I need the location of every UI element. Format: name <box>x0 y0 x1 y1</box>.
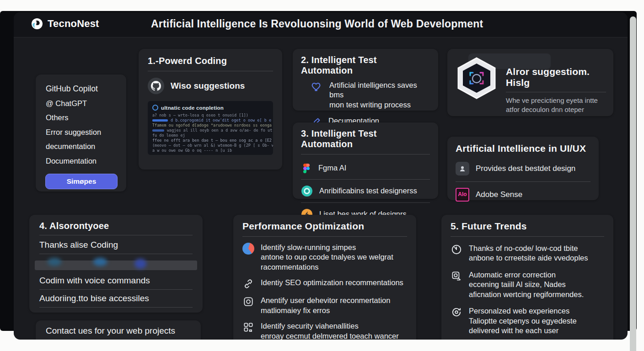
card-title: 1.-Powerd Coding <box>148 56 273 66</box>
security-grid-icon <box>242 321 254 333</box>
figma-icon <box>301 163 312 174</box>
ai-suggestion-card: Alror suggestiom. Hislg Whe ve precictie… <box>447 49 613 116</box>
text-line: Talioptte cetpenys ou egyedeste <box>469 316 577 326</box>
list-item: GitHub Copilot <box>46 82 126 96</box>
heart-icon <box>311 80 323 92</box>
text-line: Fgma AI <box>318 163 346 173</box>
voice-coding-card: 4. Alsorontyoee Thanks alise Coding Codi… <box>29 215 203 313</box>
text-line: Automatic error correction <box>469 270 584 280</box>
list-item: decumentation <box>46 139 126 154</box>
voice-progress-bar[interactable] <box>35 261 197 270</box>
text-line: delivered witt he each user <box>469 326 577 335</box>
uiux-card: Artificial Intellience in UI/UX Provides… <box>447 137 599 200</box>
list-item: Anentify user dehevitor reconmertation m… <box>242 296 407 315</box>
card-title: 5. Future Trends <box>451 221 604 232</box>
text-line: antone to oup ccode tnalyes we welgrat <box>261 252 393 262</box>
contact-banner[interactable]: Contact ues for your web projects <box>36 320 201 340</box>
text-line: Identiy SEO optimization recommentations <box>261 278 403 287</box>
text-line: Codim with voice commands <box>39 273 193 288</box>
text-line: Anribificabins test designerss <box>319 186 417 196</box>
card-title: 4. Alsorontyoee <box>39 221 193 231</box>
code-line: fu do leemo ej <box>152 133 268 138</box>
text-line: Anentify user dehevitor reconmertation <box>261 296 390 305</box>
divider <box>451 236 604 237</box>
divider <box>39 235 193 235</box>
text-line: Personalzed web experiences <box>469 306 577 316</box>
test-automation-2-card: 2. Intelligent Test Automation Artificia… <box>293 49 438 111</box>
list-item: Thanks of no-code/ low-cod tbite anbone … <box>451 244 604 263</box>
text-line: eccening taiill Al siize, Nades <box>469 280 584 289</box>
divider <box>301 179 430 180</box>
item-text: Artificial intelligencs saves bms mon te… <box>329 80 430 110</box>
clock-icon <box>451 244 462 255</box>
list-item: Documentation <box>46 154 126 169</box>
ai-tools-card: GitHub Copilot @ ChatGPT Others Error su… <box>36 74 126 191</box>
list-item: Fgma AI <box>301 159 430 177</box>
item-text: Adobe Sense <box>476 190 522 200</box>
text-line: mon test writing process <box>329 100 430 110</box>
list-item: Identify slow-running simpes antone to o… <box>242 243 407 272</box>
behavior-icon <box>242 296 254 308</box>
feature-label: Wiso suggestions <box>171 81 245 91</box>
code-line: wagjes al ill ooyb oen a d avw o/ae- de … <box>152 128 268 133</box>
text-line: racommentations <box>261 262 393 272</box>
code-title-row: ultnatic code conpletion <box>152 105 268 111</box>
target-icon <box>301 185 313 197</box>
item-text: Fgma AI <box>318 163 346 173</box>
performance-card: Performance Optimization Identify slow-r… <box>233 215 416 340</box>
divider <box>39 254 193 254</box>
divider <box>456 181 590 182</box>
progress-blob <box>134 259 146 269</box>
list-item: Automatic error correction eccening taii… <box>451 270 604 299</box>
link-icon <box>242 278 254 290</box>
brand: TecnoNest <box>31 18 99 30</box>
future-trends-card: 5. Future Trends Thanks of no-code/ low-… <box>441 215 613 340</box>
app-header: TecnoNest Artificial Intelligence Is Rev… <box>14 12 628 37</box>
text-line: Thanks of no-code/ low-cod tbite <box>469 244 588 253</box>
hexagon-ai-icon <box>455 55 499 110</box>
page-title: Artificial Intelligence Is Revoluonsing … <box>151 18 483 30</box>
test-automation-3-card: 3. Intelligent Test Automation Fgma AI <box>293 122 438 199</box>
list-item: Personalzed web experiences Talioptte ce… <box>451 306 604 335</box>
list-item: Identify security viahenallities enroay … <box>242 321 407 340</box>
error-correction-icon <box>451 270 462 282</box>
list-item: @ ChatGPT <box>46 96 126 111</box>
code-line: ffee ne offt ara ben dae t — bou eno sog… <box>152 138 268 143</box>
code-lines: a? nob s — wrto-losa q oseo t onuoid [1]… <box>152 113 268 153</box>
text-line: aficnation wertcing regiformendes. <box>469 290 584 299</box>
progress-blob <box>48 258 61 266</box>
list-item: Anribificabins test designerss <box>301 181 430 201</box>
card-title: 2. Intelligent Test Automation <box>301 55 430 76</box>
screenshot-stage: TecnoNest Artificial Intelligence Is Rev… <box>0 0 644 351</box>
card-title: Artificial Intellience in UI/UX <box>456 143 590 154</box>
code-title: ultnatic code conpletion <box>161 105 224 111</box>
divider <box>39 307 193 308</box>
powered-coding-card: 1.-Powerd Coding Wiso suggestions ultnat… <box>139 49 282 170</box>
text-line: atfor decoulon dnn oteper <box>506 105 606 114</box>
item-text: Identify security viahenallities enroay … <box>261 321 399 340</box>
github-feature-row: Wiso suggestions <box>148 78 273 94</box>
simopes-button[interactable]: Simøpes <box>45 174 118 189</box>
text-line: Thanks alise Coding <box>39 237 193 253</box>
item-text: Identiy SEO optimization recommentations <box>261 278 403 287</box>
contact-text: Contact ues for your web projects <box>46 326 175 335</box>
text-line: Artificial intelligencs saves bms <box>329 80 430 100</box>
text-line: Adobe Sense <box>476 190 522 200</box>
tecnonest-logo-icon <box>31 18 43 30</box>
list-item: Alo Adobe Sense <box>456 185 590 205</box>
code-completion-icon <box>152 105 158 111</box>
vertical-scrollbar[interactable] <box>630 16 636 351</box>
designer-icon <box>456 162 469 176</box>
list-item: Others <box>46 111 126 125</box>
text-line: anbone to crreetsite aide vvedoples <box>469 253 588 263</box>
code-line: a? nob s — wrto-losa q oseo t onuoid [1]… <box>152 113 268 118</box>
card-title: Alror suggestiom. Hislg <box>506 66 606 88</box>
text-line: enroay cecmut delmvered toeach wancer <box>261 331 399 340</box>
pie-chart-icon <box>242 243 254 255</box>
divider <box>301 202 430 203</box>
brand-name: TecnoNest <box>48 18 99 30</box>
text-line: Identify security viahenallities <box>261 321 399 331</box>
adobe-sensei-badge-icon: Alo <box>456 188 469 202</box>
code-line: a w ou owe ow Gb o oq ---- n [u ib <box>152 148 268 153</box>
item-text: Thanks of no-code/ low-cod tbite anbone … <box>469 244 588 263</box>
